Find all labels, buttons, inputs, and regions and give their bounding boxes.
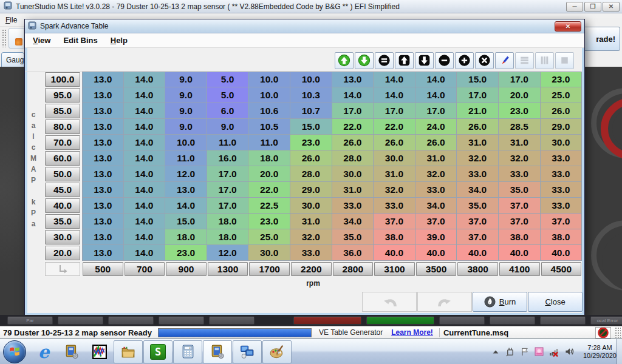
table-cell[interactable]: 29.0 [290, 182, 332, 198]
table-cell[interactable]: 14.0 [374, 87, 415, 103]
table-cell[interactable]: 9.0 [165, 87, 207, 103]
start-button[interactable] [3, 340, 26, 363]
taskbar-item-internet-explorer[interactable]: e [30, 340, 58, 364]
table-cell[interactable]: 6.0 [207, 103, 249, 119]
table-cell[interactable]: 13.0 [82, 245, 124, 261]
table-cell[interactable]: 5.0 [207, 72, 249, 87]
table-cell[interactable]: 14.0 [124, 198, 166, 214]
table-cell[interactable]: 35.0 [457, 198, 499, 214]
table-cell[interactable]: 31.0 [499, 135, 541, 150]
table-cell[interactable]: 13.0 [82, 166, 124, 182]
table-cell[interactable]: 17.0 [207, 166, 249, 182]
table-cell[interactable]: 31.0 [457, 135, 499, 150]
x-axis-header[interactable]: 2200 [291, 262, 332, 276]
x-axis-header[interactable]: 2800 [333, 262, 374, 276]
table-cell[interactable]: 22.0 [248, 182, 290, 198]
table-cell[interactable]: 14.0 [124, 135, 166, 150]
table-cell[interactable]: 23.0 [499, 103, 541, 119]
table-cell[interactable]: 37.0 [415, 214, 457, 229]
table-cell[interactable]: 22.0 [332, 119, 374, 135]
table-cell[interactable]: 34.0 [332, 214, 374, 229]
table-cell[interactable]: 33.0 [457, 166, 499, 182]
table-cell[interactable]: 14.0 [124, 214, 166, 229]
table-cell[interactable]: 12.0 [165, 166, 207, 182]
connection-status-icon[interactable] [595, 327, 611, 339]
taskbar-clock[interactable]: 7:28 AM 10/29/2020 [583, 344, 617, 360]
table-cell[interactable]: 12.0 [207, 245, 249, 261]
table-cell[interactable]: 17.0 [415, 103, 457, 119]
table-cell[interactable]: 33.0 [541, 182, 583, 198]
table-cell[interactable]: 33.0 [541, 150, 583, 166]
table-cell[interactable]: 38.0 [374, 229, 415, 245]
table-cell[interactable]: 31.0 [374, 166, 415, 182]
y-axis-header[interactable]: 45.0 [45, 183, 80, 197]
table-cell[interactable]: 14.0 [332, 87, 374, 103]
dialog-menu-help[interactable]: Help [111, 36, 128, 45]
table-cell[interactable]: 11.0 [248, 135, 290, 150]
table-cell[interactable]: 20.0 [499, 87, 541, 103]
table-cell[interactable]: 17.0 [499, 72, 541, 87]
table-cell[interactable]: 31.0 [332, 182, 374, 198]
table-cell[interactable]: 13.0 [82, 103, 124, 119]
table-cell[interactable]: 32.0 [374, 182, 415, 198]
y-axis-header[interactable]: 30.0 [45, 230, 80, 244]
action-center-flag-icon[interactable] [520, 347, 529, 356]
x-axis-header[interactable]: 3800 [457, 262, 498, 276]
y-axis-header[interactable]: 50.0 [45, 167, 80, 181]
table-cell[interactable]: 9.0 [165, 72, 207, 87]
table-cell[interactable]: 17.0 [332, 103, 374, 119]
table-cell[interactable]: 15.0 [457, 72, 499, 87]
table-cell[interactable]: 13.0 [82, 135, 124, 150]
add-button[interactable] [455, 52, 474, 69]
table-cell[interactable]: 32.0 [415, 166, 457, 182]
edit-pencil-button[interactable] [495, 52, 514, 69]
scale-up-button[interactable] [335, 52, 354, 69]
table-cell[interactable]: 33.0 [499, 166, 541, 182]
table-cell[interactable]: 33.0 [541, 166, 583, 182]
table-cell[interactable]: 30.0 [248, 245, 290, 261]
close-button[interactable]: Close [528, 292, 583, 312]
table-cell[interactable]: 14.0 [124, 119, 166, 135]
table-cell[interactable]: 37.0 [457, 229, 499, 245]
table-cell[interactable]: 13.0 [82, 87, 124, 103]
table-cell[interactable]: 14.0 [124, 229, 166, 245]
table-cell[interactable]: 33.0 [290, 245, 332, 261]
y-axis-header[interactable]: 95.0 [45, 88, 80, 103]
table-cell[interactable]: 14.0 [124, 150, 166, 166]
table-cell[interactable]: 38.0 [541, 229, 583, 245]
y-axis-header[interactable]: 60.0 [45, 151, 80, 166]
toolbar-grip[interactable] [2, 29, 7, 47]
table-cell[interactable]: 10.0 [290, 72, 332, 87]
tab-gauges[interactable]: Gaug [1, 52, 24, 67]
volume-icon[interactable] [564, 347, 575, 356]
table-cell[interactable]: 40.0 [374, 245, 415, 261]
table-cell[interactable]: 28.0 [332, 150, 374, 166]
table-cell[interactable]: 28.0 [290, 166, 332, 182]
taskbar-item-folder[interactable] [114, 340, 143, 363]
y-axis-header[interactable]: 80.0 [45, 120, 80, 134]
table-cell[interactable]: 32.0 [290, 229, 332, 245]
table-cell[interactable]: 26.0 [374, 135, 415, 150]
table-cell[interactable]: 13.0 [82, 72, 124, 87]
burn-button[interactable]: Burn [473, 292, 527, 312]
table-cell[interactable]: 35.0 [332, 229, 374, 245]
table-cell[interactable]: 23.0 [165, 245, 207, 261]
table-cell[interactable]: 31.0 [290, 214, 332, 229]
table-cell[interactable]: 22.0 [374, 119, 415, 135]
shift-up-button[interactable] [395, 52, 414, 69]
axis-corner-icon[interactable] [45, 262, 80, 276]
main-window-titlebar[interactable]: TunerStudio MS Lite! v3.0.28 - 79 Duster… [0, 0, 622, 13]
table-cell[interactable]: 30.0 [332, 166, 374, 182]
table-cell[interactable]: 29.0 [541, 119, 583, 135]
table-cell[interactable]: 34.0 [415, 198, 457, 214]
table-cell[interactable]: 28.5 [499, 119, 541, 135]
table-cell[interactable]: 15.0 [165, 214, 207, 229]
x-axis-header[interactable]: 4500 [541, 262, 582, 276]
table-cell[interactable]: 32.0 [499, 150, 541, 166]
table-cell[interactable]: 14.0 [415, 87, 457, 103]
table-cell[interactable]: 14.0 [124, 103, 166, 119]
table-cell[interactable]: 16.0 [207, 150, 249, 166]
table-cell[interactable]: 14.0 [124, 72, 166, 87]
table-cell[interactable]: 37.0 [541, 214, 583, 229]
table-cell[interactable]: 37.0 [499, 198, 541, 214]
